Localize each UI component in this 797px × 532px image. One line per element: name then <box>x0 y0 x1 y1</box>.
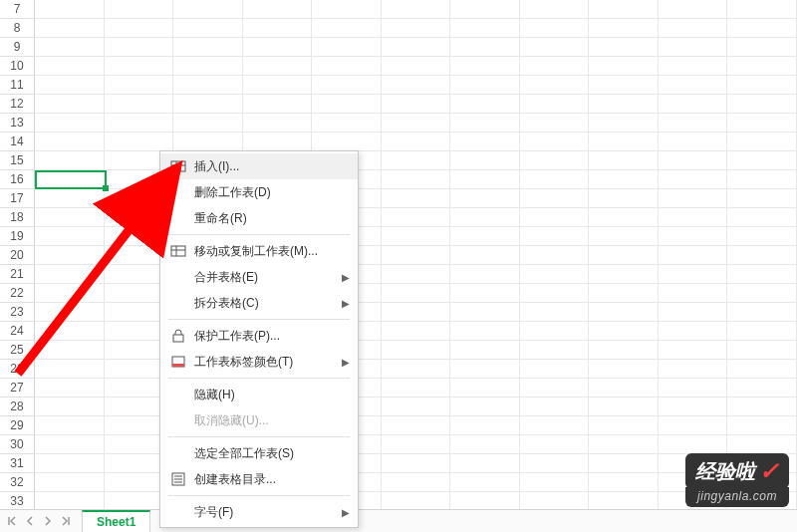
lock-icon <box>168 326 188 346</box>
row-header[interactable]: 10 <box>0 57 35 76</box>
menu-protect-sheet[interactable]: 保护工作表(P)... <box>160 323 358 349</box>
svg-rect-7 <box>173 335 183 342</box>
row-header[interactable]: 31 <box>0 454 35 473</box>
cells-grid[interactable] <box>35 0 797 509</box>
row-header[interactable]: 32 <box>0 473 35 492</box>
tab-first-icon[interactable] <box>4 513 20 529</box>
row-header[interactable]: 22 <box>0 284 35 303</box>
row-header[interactable]: 11 <box>0 76 35 95</box>
svg-rect-9 <box>172 364 184 367</box>
row-header[interactable]: 24 <box>0 322 35 341</box>
row-header[interactable]: 12 <box>0 95 35 114</box>
table-move-icon <box>168 241 188 261</box>
menu-label: 删除工作表(D) <box>194 184 334 201</box>
menu-label: 插入(I)... <box>194 158 334 175</box>
chevron-right-icon: ▶ <box>342 298 350 309</box>
watermark: 经验啦 ✓ jingyanla.com <box>685 453 789 507</box>
tab-navigation <box>0 513 78 529</box>
menu-label: 隐藏(H) <box>194 387 334 403</box>
menu-label: 字号(F) <box>194 504 334 521</box>
svg-rect-0 <box>171 161 185 171</box>
menu-delete-sheet[interactable]: 删除工作表(D) <box>160 179 358 205</box>
row-header[interactable]: 19 <box>0 227 35 246</box>
row-header[interactable]: 28 <box>0 398 35 416</box>
row-header[interactable]: 15 <box>0 151 35 170</box>
row-header[interactable]: 30 <box>0 435 35 454</box>
menu-divider <box>168 378 350 379</box>
tab-next-icon[interactable] <box>40 513 56 529</box>
menu-rename[interactable]: 重命名(R) <box>160 205 358 231</box>
sheet-context-menu: 插入(I)... 删除工作表(D) 重命名(R) 移动或复制工作表(M)... … <box>159 150 359 528</box>
menu-unhide: 取消隐藏(U)... <box>160 407 358 433</box>
row-header[interactable]: 20 <box>0 246 35 265</box>
tab-last-icon[interactable] <box>58 513 74 529</box>
menu-label: 重命名(R) <box>194 210 334 227</box>
table-insert-icon <box>168 156 188 176</box>
row-header[interactable]: 7 <box>0 0 35 19</box>
watermark-url: jingyanla.com <box>685 487 789 507</box>
menu-label: 移动或复制工作表(M)... <box>194 243 334 260</box>
menu-divider <box>168 436 350 437</box>
svg-rect-4 <box>171 246 185 256</box>
menu-move-copy[interactable]: 移动或复制工作表(M)... <box>160 238 358 264</box>
row-header[interactable]: 16 <box>0 170 35 189</box>
menu-merge-sheet[interactable]: 合并表格(E) ▶ <box>160 264 358 290</box>
menu-create-toc[interactable]: 创建表格目录... <box>160 466 358 492</box>
menu-hide[interactable]: 隐藏(H) <box>160 382 358 407</box>
row-header[interactable]: 27 <box>0 379 35 398</box>
toc-icon <box>168 469 188 489</box>
tab-prev-icon[interactable] <box>22 513 38 529</box>
row-header[interactable]: 13 <box>0 114 35 133</box>
menu-label: 选定全部工作表(S) <box>194 445 334 462</box>
menu-tab-color[interactable]: 工作表标签颜色(T) ▶ <box>160 349 358 375</box>
row-headers: 7 8 9 10 11 12 13 14 15 16 17 18 19 20 2… <box>0 0 35 530</box>
row-header[interactable]: 26 <box>0 360 35 379</box>
menu-label: 合并表格(E) <box>194 269 334 286</box>
menu-label: 工作表标签颜色(T) <box>194 354 334 371</box>
watermark-title: 经验啦 ✓ <box>685 453 789 489</box>
menu-label: 保护工作表(P)... <box>194 328 334 345</box>
row-header[interactable]: 18 <box>0 208 35 227</box>
menu-divider <box>168 319 350 320</box>
menu-label: 拆分表格(C) <box>194 295 334 312</box>
menu-split-sheet[interactable]: 拆分表格(C) ▶ <box>160 290 358 316</box>
row-header[interactable]: 29 <box>0 416 35 435</box>
sheet-tab[interactable]: Sheet1 <box>82 510 150 532</box>
menu-divider <box>168 234 350 235</box>
menu-label: 取消隐藏(U)... <box>194 412 334 429</box>
chevron-right-icon: ▶ <box>342 357 350 368</box>
row-header[interactable]: 21 <box>0 265 35 284</box>
row-header[interactable]: 14 <box>0 133 35 151</box>
row-header[interactable]: 17 <box>0 189 35 208</box>
watermark-text: 经验啦 <box>695 458 755 485</box>
row-header[interactable]: 9 <box>0 38 35 57</box>
row-header[interactable]: 25 <box>0 341 35 360</box>
spreadsheet-area: 7 8 9 10 11 12 13 14 15 16 17 18 19 20 2… <box>0 0 797 532</box>
menu-insert[interactable]: 插入(I)... <box>160 153 358 179</box>
menu-label: 创建表格目录... <box>194 471 334 488</box>
menu-select-all-sheets[interactable]: 选定全部工作表(S) <box>160 440 358 466</box>
tab-color-icon <box>168 352 188 372</box>
menu-font-size[interactable]: 字号(F) ▶ <box>160 499 358 525</box>
sheet-tab-bar: Sheet1 + <box>0 509 797 532</box>
chevron-right-icon: ▶ <box>342 507 350 518</box>
menu-divider <box>168 495 350 496</box>
row-header[interactable]: 23 <box>0 303 35 322</box>
chevron-right-icon: ▶ <box>342 272 350 283</box>
checkmark-icon: ✓ <box>759 457 779 485</box>
row-header[interactable]: 8 <box>0 19 35 38</box>
